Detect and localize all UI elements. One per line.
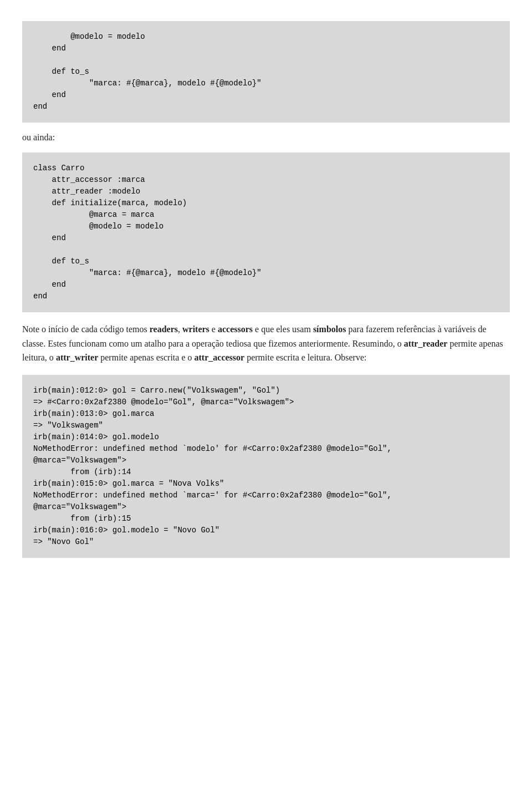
code-block-1: @modelo = modelo end def to_s "marca: #{… [22,21,510,123]
code-block-2: class Carro attr_accessor :marca attr_re… [22,153,510,312]
code-block-3: irb(main):012:0> gol = Carro.new("Volksw… [22,375,510,558]
prose-1: Note o início de cada código temos reade… [22,322,510,365]
section-label-1: ou ainda: [22,133,510,143]
